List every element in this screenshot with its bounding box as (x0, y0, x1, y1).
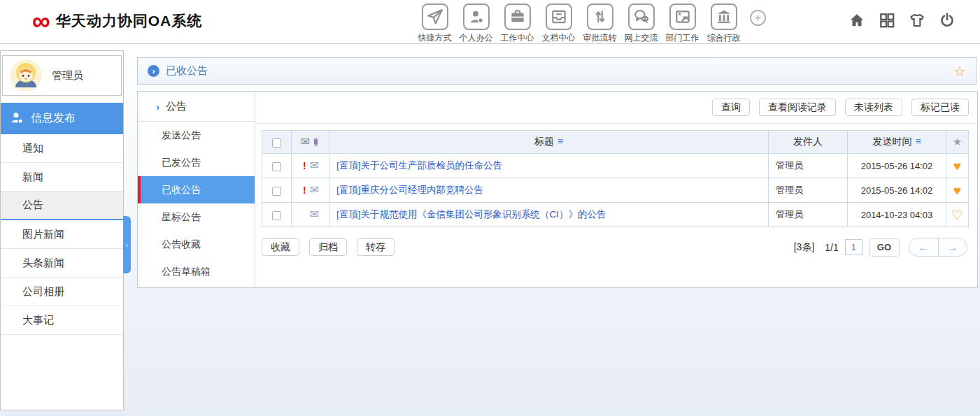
sidebar-section-title: 信息发布 (31, 111, 76, 126)
sidebar-item-notice[interactable]: 通知 (1, 134, 123, 163)
announcement-link[interactable]: [置顶]关于规范使用《金信集团公司形象识别系统（CI）》的公告 (336, 209, 606, 220)
row-checkbox[interactable] (272, 211, 281, 220)
add-module-button[interactable]: + (750, 10, 766, 26)
sort-time-icon[interactable]: ≡ (915, 136, 921, 147)
favorite-star-icon[interactable]: ☆ (953, 64, 966, 78)
submenu-header[interactable]: › 公告 (138, 92, 255, 122)
submenu-item-sent-announcements[interactable]: 已发公告 (138, 149, 255, 176)
row-checkbox[interactable] (272, 187, 281, 196)
submenu: › 公告 发送公告 已发公告 已收公告 星标公告 公告收藏 公告草稿箱 (138, 92, 255, 287)
time-cell: 2015-05-26 14:02 (848, 178, 946, 203)
archive-button[interactable]: 归档 (309, 238, 347, 256)
envelope-icon: ✉ (310, 160, 319, 171)
envelope-icon: ✉ (301, 136, 310, 148)
go-button[interactable]: GO (869, 238, 900, 257)
submenu-item-starred-announcements[interactable]: 星标公告 (138, 203, 255, 231)
heart-filled-icon[interactable]: ♥ (953, 183, 961, 198)
sidebar-item-label: 通知 (22, 142, 43, 155)
chat-bubbles-icon (628, 3, 655, 30)
nav-item-document-center[interactable]: 文档中心 (538, 3, 579, 44)
sidebar-item-label: 大事记 (22, 314, 54, 327)
department-icon (669, 3, 696, 30)
page-input[interactable] (845, 239, 862, 255)
header-sender-cell: 发件人 (769, 131, 848, 154)
announcement-link[interactable]: [置顶]重庆分公司经理内部竞聘公告 (336, 185, 483, 195)
sort-title-icon[interactable]: ≡ (558, 136, 563, 147)
app-logo: ∞ 华天动力协同OA系统 (32, 8, 202, 34)
nav-item-online-chat[interactable]: 网上交流 (620, 3, 662, 44)
submenu-item-label: 公告收藏 (162, 238, 201, 251)
home-icon[interactable] (848, 11, 866, 29)
theme-shirt-icon[interactable] (908, 11, 926, 29)
content-area: 管理员 信息发布 通知 新闻 公告 图片新闻 头条新闻 公司相册 大事记 ‹ ›… (0, 44, 980, 416)
submenu-item-send-announcement[interactable]: 发送公告 (138, 122, 255, 149)
toolbar: 查询 查看阅读记录 未读列表 标记已读 (255, 92, 977, 124)
total-count: [3条] (794, 241, 815, 254)
select-all-checkbox[interactable] (272, 138, 281, 148)
nav-label: 部门工作 (666, 32, 700, 44)
pagination: [3条] 1/1 GO ← → (794, 238, 967, 257)
nav-label: 工作中心 (501, 32, 534, 44)
submenu-item-received-announcements[interactable]: 已收公告 (138, 176, 255, 203)
sidebar-item-company-album[interactable]: 公司相册 (1, 278, 123, 306)
header-star-cell: ★ (946, 131, 969, 154)
sidebar-item-label: 头条新闻 (22, 257, 64, 270)
nav-label: 文档中心 (542, 32, 576, 44)
submenu-item-announcement-drafts[interactable]: 公告草稿箱 (138, 258, 255, 285)
nav-item-administration[interactable]: 综合行政 (703, 3, 744, 44)
table-row: !✉ [置顶]关于公司生产部质检员的任命公告 管理员 2015-05-26 14… (262, 154, 969, 178)
nav-label: 网上交流 (625, 32, 658, 44)
user-box: 管理员 (2, 55, 122, 96)
paperclip-icon (312, 137, 320, 148)
view-read-log-button[interactable]: 查看阅读记录 (759, 99, 836, 116)
sidebar-item-news[interactable]: 新闻 (1, 163, 123, 192)
announcement-table-wrap: ✉ 标题≡ 发件人 发送时间≡ (262, 130, 967, 227)
header-flags-cell: ✉ (292, 131, 329, 154)
announcement-link[interactable]: [置顶]关于公司生产部质检员的任命公告 (336, 160, 502, 171)
panel-body: 查询 查看阅读记录 未读列表 标记已读 (255, 92, 977, 287)
bottom-bar: 收藏 归档 转存 [3条] 1/1 GO ← → (262, 238, 967, 257)
nav-item-shortcuts[interactable]: 快捷方式 (414, 3, 455, 44)
sidebar-menu: 通知 新闻 公告 图片新闻 头条新闻 公司相册 大事记 (1, 134, 123, 335)
bank-icon (711, 3, 737, 30)
row-checkbox[interactable] (272, 162, 281, 171)
submenu-item-announcement-favorites[interactable]: 公告收藏 (138, 231, 255, 258)
nav-item-department-work[interactable]: 部门工作 (662, 3, 703, 44)
prev-page-arrow-icon[interactable]: ← (909, 238, 939, 256)
page-title: 已收公告 (166, 64, 208, 78)
unread-list-button[interactable]: 未读列表 (845, 99, 902, 116)
mark-read-button[interactable]: 标记已读 (911, 99, 969, 116)
person-publish-icon (10, 111, 24, 126)
submenu-item-label: 已收公告 (162, 184, 201, 196)
chevron-right-icon: › (156, 101, 159, 113)
top-nav: 快捷方式 个人办公 工作中心 文档中心 (414, 3, 766, 44)
sidebar-collapse-handle[interactable]: ‹ (123, 216, 131, 273)
row-actions: 收藏 归档 转存 (262, 238, 395, 256)
heart-filled-icon[interactable]: ♥ (953, 159, 961, 173)
transfer-button[interactable]: 转存 (357, 238, 395, 256)
sidebar-item-picture-news[interactable]: 图片新闻 (1, 220, 123, 249)
apps-grid-icon[interactable] (878, 11, 896, 29)
next-page-arrow-icon[interactable]: → (939, 238, 967, 256)
urgent-mark: ! (301, 185, 308, 196)
sidebar-section-header[interactable]: 信息发布 (1, 103, 123, 134)
nav-item-personal-office[interactable]: 个人办公 (455, 3, 497, 44)
sidebar-item-label: 公司相册 (22, 285, 64, 299)
arrows-updown-icon (587, 3, 613, 30)
nav-label: 个人办公 (460, 32, 493, 44)
sidebar-item-announcement[interactable]: 公告 (1, 192, 123, 220)
time-cell: 2014-10-23 04:03 (848, 203, 946, 227)
urgent-mark: ! (301, 160, 308, 171)
time-cell: 2015-05-26 14:02 (848, 154, 946, 178)
power-icon[interactable] (938, 11, 956, 29)
nav-item-work-center[interactable]: 工作中心 (497, 3, 538, 44)
search-button[interactable]: 查询 (712, 99, 750, 116)
sidebar-item-milestones[interactable]: 大事记 (1, 306, 123, 335)
briefcase-icon (504, 3, 531, 30)
sidebar-item-headline-news[interactable]: 头条新闻 (1, 249, 123, 278)
submenu-title: 公告 (166, 100, 187, 113)
heart-outline-icon[interactable]: ♡ (951, 208, 963, 222)
nav-item-approval-flow[interactable]: 审批流转 (579, 3, 620, 44)
favorite-button[interactable]: 收藏 (262, 238, 299, 256)
avatar (10, 59, 42, 92)
